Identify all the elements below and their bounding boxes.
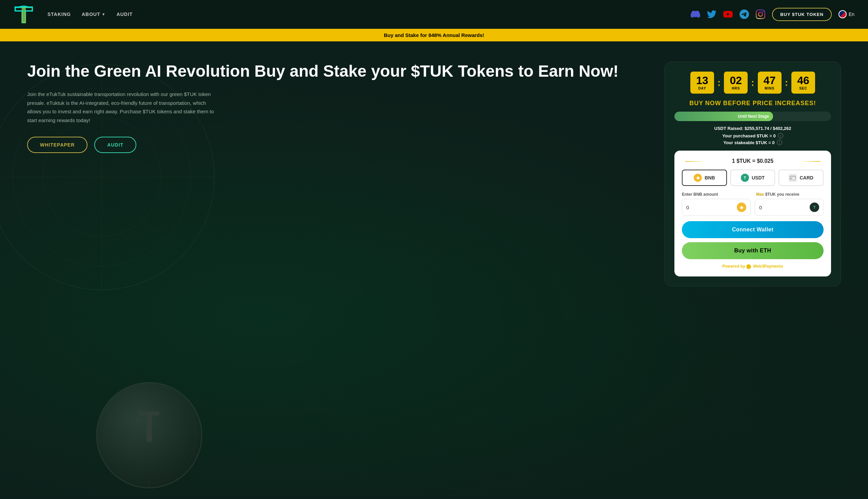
- connect-wallet-button[interactable]: Connect Wallet: [682, 221, 823, 238]
- progress-label: Until Next Stage: [738, 114, 769, 119]
- usdt-raised-text: USDT Raised: $255,571.74 / $402,262: [674, 126, 831, 131]
- tuk-input-label: Max $TUK you receive: [755, 192, 823, 197]
- amount-inputs: Enter BNB amount ◆ Max $TUK you receive: [682, 192, 823, 216]
- buy-eth-button[interactable]: Buy with ETH: [682, 242, 823, 259]
- social-icons: [691, 10, 765, 19]
- stakeable-label: Your stakeable $TUK = 0: [723, 140, 774, 145]
- banner-text: Buy and Stake for 848% Annual Rewards!: [384, 32, 484, 38]
- audit-button[interactable]: AUDIT: [94, 137, 136, 153]
- hero-section: Join the Green AI Revolution Buy and Sta…: [0, 41, 868, 496]
- lang-label: En: [849, 12, 854, 17]
- price-label: 1 $TUK = $0.025: [682, 158, 823, 164]
- countdown-secs: 46 SEC: [791, 72, 815, 94]
- stakeable-info-icon[interactable]: i: [777, 140, 782, 145]
- logo[interactable]: [14, 4, 34, 24]
- bnb-input-wrapper: ◆: [682, 199, 751, 216]
- purchased-row: Your purchased $TUK = 0 i: [674, 133, 831, 138]
- buy-tuk-button[interactable]: BUY $TUK TOKEN: [772, 8, 832, 21]
- countdown-sep-1: :: [718, 77, 720, 88]
- nav-staking[interactable]: STAKING: [48, 12, 71, 17]
- twitter-icon[interactable]: [707, 10, 717, 19]
- tuk-receive-input[interactable]: [759, 205, 807, 210]
- powered-by: Powered by Web3Payments: [682, 264, 823, 269]
- currency-tabs: ◆ BNB T USDT: [682, 170, 823, 186]
- navbar: STAKING ABOUT ▼ AUDIT: [0, 0, 868, 29]
- max-link[interactable]: Max: [756, 192, 764, 197]
- usdt-icon: T: [741, 174, 749, 182]
- svg-rect-17: [147, 415, 152, 442]
- hero-description: Join the eTukTuk sustainable transportat…: [27, 90, 217, 124]
- progress-section: Until Next Stage: [674, 112, 831, 121]
- tuk-input-group: Max $TUK you receive T: [755, 192, 823, 216]
- nav-links: STAKING ABOUT ▼ AUDIT: [48, 12, 691, 17]
- progress-bar-fill: Until Next Stage: [674, 112, 773, 121]
- bnb-amount-input[interactable]: [686, 205, 734, 210]
- countdown-hours: 02 HRS: [724, 72, 748, 94]
- chevron-down-icon: ▼: [102, 12, 106, 16]
- tab-bnb[interactable]: ◆ BNB: [682, 170, 727, 186]
- tab-card[interactable]: CARD: [779, 170, 823, 186]
- countdown-days: 13 DAY: [690, 72, 714, 94]
- youtube-icon[interactable]: [723, 10, 733, 19]
- language-selector[interactable]: En: [839, 10, 854, 18]
- nav-about[interactable]: ABOUT ▼: [82, 12, 106, 17]
- bnb-input-icon: ◆: [737, 203, 746, 212]
- countdown-mins: 47 MINS: [758, 72, 782, 94]
- web3-icon: [746, 264, 751, 269]
- presale-widget: 13 DAY : 02 HRS : 47 MINS : 46 SEC: [665, 62, 841, 483]
- purchased-info-icon[interactable]: i: [778, 133, 783, 138]
- nav-audit[interactable]: AUDIT: [117, 12, 133, 17]
- tuk-input-icon: T: [810, 203, 819, 212]
- announcement-banner: Buy and Stake for 848% Annual Rewards!: [0, 29, 868, 41]
- bnb-input-label: Enter BNB amount: [682, 192, 751, 197]
- stakeable-row: Your stakeable $TUK = 0 i: [674, 140, 831, 145]
- hero-title: Join the Green AI Revolution Buy and Sta…: [27, 62, 644, 81]
- tab-usdt[interactable]: T USDT: [730, 170, 776, 186]
- countdown-timer: 13 DAY : 02 HRS : 47 MINS : 46 SEC: [674, 72, 831, 94]
- purchased-label: Your purchased $TUK = 0: [722, 133, 776, 138]
- bnb-input-group: Enter BNB amount ◆: [682, 192, 751, 216]
- progress-bar-bg: Until Next Stage: [674, 112, 831, 121]
- svg-rect-22: [790, 176, 796, 180]
- bnb-icon: ◆: [694, 174, 702, 182]
- countdown-sep-2: :: [751, 77, 754, 88]
- telegram-icon[interactable]: [740, 10, 749, 19]
- buy-now-text: BUY NOW BEFORE PRICE INCREASES!: [674, 100, 831, 107]
- discord-icon[interactable]: [691, 10, 700, 19]
- hero-left-content: Join the Green AI Revolution Buy and Sta…: [27, 62, 665, 483]
- tuk-coin-graphic: [95, 381, 203, 489]
- whitepaper-button[interactable]: WHITEPAPER: [27, 137, 87, 153]
- presale-card: 13 DAY : 02 HRS : 47 MINS : 46 SEC: [665, 62, 841, 286]
- card-icon: [789, 174, 797, 182]
- svg-rect-24: [790, 178, 792, 179]
- countdown-sep-3: :: [785, 77, 788, 88]
- instagram-icon[interactable]: [756, 10, 765, 19]
- buy-panel: 1 $TUK = $0.025 ◆ BNB T USDT: [674, 150, 831, 277]
- flag-icon: [839, 10, 847, 18]
- hero-buttons: WHITEPAPER AUDIT: [27, 137, 644, 153]
- tuk-input-wrapper: T: [755, 199, 823, 216]
- svg-rect-1: [22, 7, 26, 23]
